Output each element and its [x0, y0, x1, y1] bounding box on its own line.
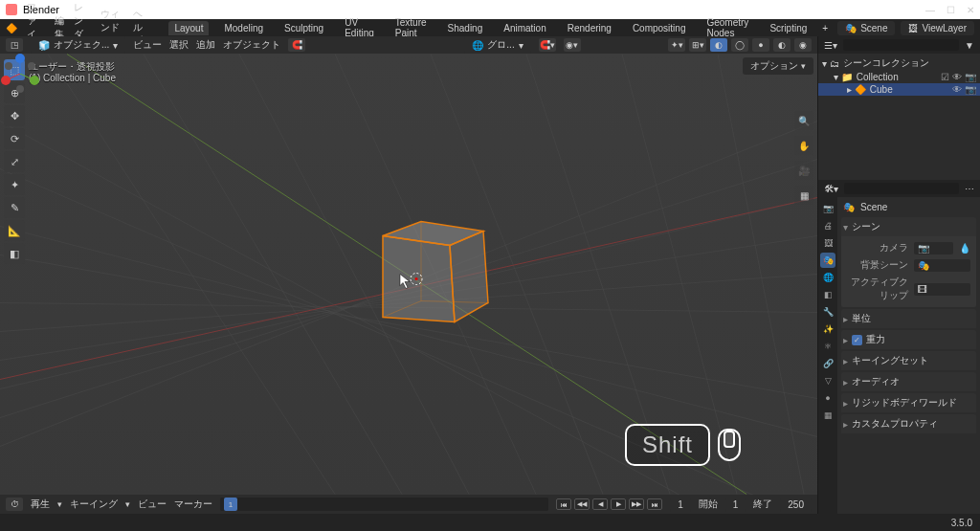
- timeline-menu-keying[interactable]: キーイング: [70, 498, 118, 511]
- timeline-menu-play[interactable]: 再生: [31, 498, 50, 511]
- jump-start-icon[interactable]: ⏮: [556, 498, 571, 510]
- outliner-editor-icon[interactable]: ☰▾: [824, 40, 837, 51]
- play-icon[interactable]: ▶: [611, 498, 626, 510]
- panel-rigidbody[interactable]: リジッドボディワールド: [841, 393, 976, 412]
- workspace-tab-sculpting[interactable]: Sculpting: [278, 21, 329, 35]
- scene-datablock[interactable]: 🎭 Scene: [841, 199, 976, 215]
- xray-toggle-icon[interactable]: ◐: [710, 38, 727, 52]
- panel-custom[interactable]: カスタムプロパティ: [841, 414, 976, 433]
- properties-editor-icon[interactable]: 🛠▾: [824, 184, 838, 194]
- shading-rendered-icon[interactable]: ◉: [794, 38, 812, 52]
- jump-end-icon[interactable]: ⏭: [647, 498, 662, 510]
- close-button[interactable]: ✕: [967, 5, 974, 15]
- timeline-menu-view[interactable]: ビュー: [138, 498, 167, 511]
- properties-search[interactable]: [844, 183, 959, 194]
- shading-wire-icon[interactable]: ◯: [731, 38, 748, 52]
- active-clip-label: アクティブクリップ: [847, 276, 908, 302]
- viewlayer-selector[interactable]: 🖼 ViewLayer: [901, 21, 974, 35]
- shading-solid-icon[interactable]: ●: [752, 38, 769, 52]
- workspace-tab-layout[interactable]: Layout: [168, 21, 209, 35]
- shading-material-icon[interactable]: ◐: [773, 38, 791, 52]
- camera-field[interactable]: 📷: [914, 242, 953, 254]
- outliner: ▾ 🗂 シーンコレクション ▾ 📁 Collection ☑ 👁 📷 ▸ 🔶 C…: [818, 54, 980, 180]
- 3d-viewport[interactable]: ユーザー・透視投影 (1) Collection | Cube ⬚ ⊕ ✥ ⟳ …: [0, 54, 817, 495]
- status-bar: 3.5.0: [0, 514, 980, 531]
- tab-output[interactable]: 🖨: [820, 218, 835, 233]
- blender-logo-icon: [6, 4, 17, 15]
- workspace-tab-animation[interactable]: Animation: [498, 21, 551, 35]
- outliner-scene-collection[interactable]: ▾ 🗂 シーンコレクション: [818, 55, 980, 71]
- end-label: 終了: [753, 498, 772, 511]
- workspace-tab-shading[interactable]: Shading: [442, 21, 489, 35]
- vp-menu-view[interactable]: ビュー: [133, 38, 162, 52]
- tab-scene[interactable]: 🎭: [820, 253, 835, 268]
- perspective-toggle-icon[interactable]: ▦: [794, 186, 813, 205]
- svg-point-33: [15, 54, 25, 63]
- workspace-tab-rendering[interactable]: Rendering: [562, 21, 617, 35]
- version-label: 3.5.0: [951, 518, 972, 528]
- panel-audio[interactable]: オーディオ: [841, 372, 976, 391]
- tab-object[interactable]: ◧: [820, 287, 835, 302]
- outliner-collection[interactable]: ▾ 📁 Collection ☑ 👁 📷: [818, 71, 980, 83]
- tab-texture[interactable]: ▦: [820, 408, 835, 423]
- vp-menu-select[interactable]: 選択: [169, 38, 189, 52]
- workspace-tab-modeling[interactable]: Modeling: [218, 21, 269, 35]
- add-workspace-button[interactable]: +: [822, 23, 828, 33]
- outliner-search[interactable]: [843, 39, 959, 51]
- timeline-track[interactable]: 1: [220, 498, 548, 511]
- camera-eyedropper-icon[interactable]: 💧: [959, 243, 970, 254]
- outliner-filter-icon[interactable]: ▼: [965, 40, 974, 51]
- tab-physics[interactable]: ⚛: [820, 339, 835, 354]
- play-rev-icon[interactable]: ◀: [592, 498, 608, 510]
- current-frame-field[interactable]: 1: [670, 498, 691, 512]
- proportional-icon[interactable]: ◉▾: [564, 38, 581, 52]
- tab-data[interactable]: ▽: [820, 373, 835, 388]
- options-button[interactable]: オプション ▾: [743, 57, 813, 75]
- vp-menu-object[interactable]: オブジェクト: [223, 38, 280, 52]
- gizmo-toggle-icon[interactable]: ✦▾: [668, 38, 685, 52]
- panel-units[interactable]: 単位: [841, 309, 976, 328]
- editor-type-icon[interactable]: ◳: [6, 38, 23, 52]
- gravity-checkbox[interactable]: ✓: [852, 335, 862, 345]
- workspace-tab-compositing[interactable]: Compositing: [627, 21, 692, 35]
- tab-world[interactable]: 🌐: [820, 270, 835, 285]
- snap-icon[interactable]: 🧲▾: [539, 38, 556, 52]
- end-frame-field[interactable]: 250: [780, 498, 812, 512]
- blender-icon[interactable]: 🔶: [6, 23, 17, 33]
- timeline-editor-icon[interactable]: ⏱: [6, 498, 23, 511]
- workspace-tab-scripting[interactable]: Scripting: [764, 21, 813, 35]
- tab-render[interactable]: 📷: [820, 201, 835, 216]
- tab-viewlayer[interactable]: 🖼: [820, 235, 835, 251]
- viewport-header: ◳ 🧊 オブジェク... ▾ ビュー 選択 追加 オブジェクト 🧲 🌐 グロ..…: [0, 36, 817, 54]
- properties-pin-icon[interactable]: ⋯: [965, 184, 974, 194]
- svg-point-31: [30, 76, 39, 85]
- pan-icon[interactable]: ✋: [794, 136, 813, 155]
- orientation-icon[interactable]: 🧲: [288, 38, 305, 52]
- outliner-item-cube[interactable]: ▸ 🔶 Cube 👁 📷: [818, 83, 980, 96]
- zoom-icon[interactable]: 🔍: [794, 111, 813, 130]
- tab-constraints[interactable]: 🔗: [820, 356, 835, 371]
- start-frame-field[interactable]: 1: [725, 498, 746, 512]
- minimize-button[interactable]: —: [925, 5, 935, 15]
- tab-material[interactable]: ●: [820, 390, 835, 406]
- transform-orientation[interactable]: 🌐 グロ... ▾: [464, 36, 530, 54]
- bg-scene-field[interactable]: 🎭: [914, 259, 970, 272]
- next-key-icon[interactable]: ▶▶: [629, 498, 644, 510]
- active-clip-field[interactable]: 🎞: [914, 283, 970, 296]
- scene-selector[interactable]: 🎭 Scene: [837, 21, 895, 35]
- prev-key-icon[interactable]: ◀◀: [574, 498, 590, 510]
- tab-modifiers[interactable]: 🔧: [820, 304, 835, 320]
- panel-scene-header[interactable]: シーン: [841, 217, 976, 236]
- playhead[interactable]: 1: [224, 498, 237, 511]
- panel-gravity[interactable]: ✓ 重力: [841, 330, 976, 349]
- camera-view-icon[interactable]: 🎥: [794, 161, 813, 180]
- mode-selector[interactable]: 🧊 オブジェク... ▾: [31, 36, 125, 54]
- maximize-button[interactable]: ☐: [947, 5, 955, 15]
- svg-point-36: [28, 62, 35, 70]
- timeline-menu-marker[interactable]: マーカー: [174, 498, 212, 511]
- tab-particles[interactable]: ✨: [820, 321, 835, 337]
- start-label: 開始: [699, 498, 718, 511]
- vp-menu-add[interactable]: 追加: [196, 38, 215, 52]
- panel-keying[interactable]: キーイングセット: [841, 351, 976, 370]
- overlay-toggle-icon[interactable]: ⊞▾: [689, 38, 706, 52]
